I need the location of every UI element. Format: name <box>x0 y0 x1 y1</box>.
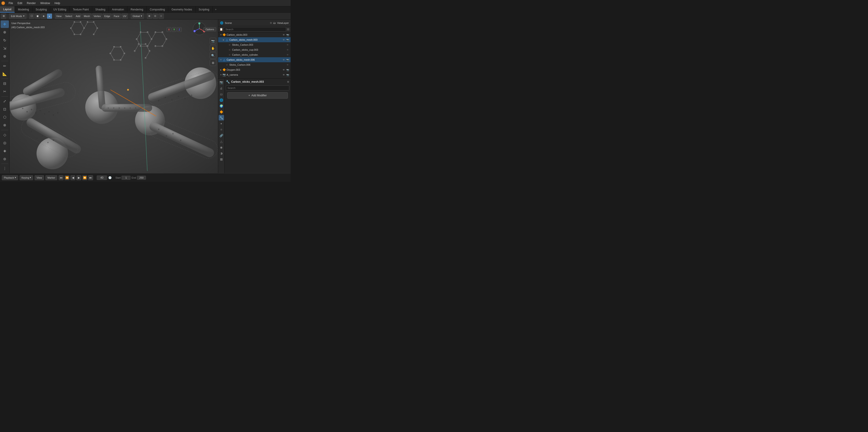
edit-mode-dropdown[interactable]: Edit Mode ▾ <box>9 13 27 19</box>
edge-menu-button[interactable]: Edge <box>103 13 112 19</box>
extrude-tool[interactable]: ⤢ <box>1 97 9 105</box>
tab-shader-properties[interactable]: ◑ <box>219 150 224 156</box>
jump-to-start-button[interactable]: ⏮ <box>59 175 64 180</box>
snap-button[interactable]: ⊕ <box>147 13 152 19</box>
tab-particles-properties[interactable]: ✦ <box>219 121 224 126</box>
tree-expand-icon[interactable]: ▼ <box>220 33 222 36</box>
more-tools-button[interactable]: ⋮ <box>1 165 9 172</box>
viewport-3d[interactable]: User Perspective (40) Carbon_sticks_mesh… <box>9 20 218 173</box>
visibility-icon[interactable]: 👁 <box>286 48 289 51</box>
tree-item-oxygen-003[interactable]: ▶ 🔶 Oxygen.003 👁 📷 <box>218 67 290 72</box>
visibility-icon[interactable]: 👁 <box>282 33 285 36</box>
filter-icon-outliner[interactable]: ⊟ <box>287 28 289 31</box>
keying-dropdown[interactable]: Keying ▾ <box>20 175 33 180</box>
restrict-render-icon[interactable]: 📷 <box>286 33 289 36</box>
tree-expand-icon[interactable]: ▶ <box>222 38 225 41</box>
tab-rendering[interactable]: Rendering <box>127 6 147 12</box>
tab-texture-paint[interactable]: Texture Paint <box>70 6 92 12</box>
visibility-icon[interactable]: 👁 <box>282 38 285 41</box>
tab-animation[interactable]: Animation <box>109 6 127 12</box>
inset-tool[interactable]: ⊡ <box>1 106 9 113</box>
visibility-icon[interactable]: 👁 <box>282 73 285 76</box>
tree-expand-icon[interactable] <box>225 44 228 46</box>
tree-item-sticks-carbon-003[interactable]: ○ Sticks_Carbon.003 👁 <box>218 42 290 47</box>
end-frame-input[interactable]: 250 <box>137 176 146 180</box>
tree-expand-icon[interactable] <box>222 63 225 66</box>
scale-tool[interactable]: ⇲ <box>1 45 9 52</box>
loop-cut-tool[interactable]: ⊟ <box>1 80 9 87</box>
visibility-icon[interactable]: 👁 <box>286 63 289 66</box>
transform-orientation-dropdown[interactable]: Global ▾ <box>130 13 144 19</box>
tab-world-properties[interactable]: 🌍 <box>219 103 224 109</box>
outliner-search-input[interactable] <box>224 27 286 32</box>
marker-menu[interactable]: Marker <box>45 175 57 180</box>
menu-render[interactable]: Render <box>25 0 38 6</box>
add-menu-button[interactable]: Add <box>74 13 82 19</box>
mesh-menu-button[interactable]: Mesh <box>82 13 92 19</box>
menu-file[interactable]: File <box>6 0 15 6</box>
restrict-render-icon[interactable]: 📷 <box>286 73 289 76</box>
tree-expand-icon[interactable] <box>225 53 228 56</box>
tab-layout[interactable]: Layout <box>0 6 15 12</box>
tab-modeling[interactable]: Modeling <box>15 6 32 12</box>
viewport-shading-button-2[interactable]: ◼ <box>35 13 40 19</box>
visibility-icon[interactable]: 👁 <box>282 58 285 61</box>
shear-tool[interactable]: ◇ <box>1 131 9 139</box>
shrink-fatten-tool[interactable]: ◈ <box>1 147 9 154</box>
tree-item-carbon-sticks-cup-003[interactable]: ○ Carbon_sticks_cup.003 👁 <box>218 47 290 52</box>
viewport-shading-button-3[interactable]: ◈ <box>41 13 46 19</box>
rotate-tool[interactable]: ↻ <box>1 36 9 44</box>
tab-uv-editing[interactable]: UV Editing <box>50 6 70 12</box>
add-workspace-button[interactable]: + <box>213 6 219 12</box>
menu-help[interactable]: Help <box>52 0 62 6</box>
properties-settings-icon[interactable]: ⚙ <box>287 81 289 83</box>
view-menu-button[interactable]: View <box>55 13 63 19</box>
tab-texture-properties[interactable]: ▦ <box>219 156 224 162</box>
tab-scene-properties[interactable]: 🌐 <box>219 97 224 103</box>
add-modifier-button[interactable]: + Add Modifier <box>227 92 288 98</box>
move-tool[interactable]: ⊕ <box>1 28 9 36</box>
tab-shading[interactable]: Shading <box>92 6 109 12</box>
tab-scripting[interactable]: Scripting <box>195 6 213 12</box>
play-back-button[interactable]: ◀ <box>70 175 75 180</box>
filter-icon[interactable]: ⊟ <box>270 22 272 24</box>
tab-physics-properties[interactable]: ⚛ <box>219 127 224 132</box>
annotate-tool[interactable]: ✏ <box>1 62 9 69</box>
tab-material-properties[interactable]: ◉ <box>219 145 224 150</box>
z-constraint-button[interactable]: Z <box>177 27 182 32</box>
play-button[interactable]: ▶ <box>76 175 81 180</box>
start-frame-input[interactable]: 1 <box>121 176 130 180</box>
to-sphere-tool[interactable]: ◎ <box>1 139 9 147</box>
current-frame-display[interactable]: 40 <box>97 175 107 180</box>
tab-viewlayer-properties[interactable]: 🗂 <box>219 91 224 97</box>
editor-type-button[interactable]: ⊞ <box>1 13 6 19</box>
viewport-shading-button-1[interactable]: ☐ <box>29 13 34 19</box>
select-menu-button[interactable]: Select <box>64 13 74 19</box>
tree-item-carbon-sticks-003-root[interactable]: ▼ 🔶 Carbon_sticks.003 👁 📷 <box>218 32 290 37</box>
transform-pivot-button[interactable]: ⊹ <box>158 13 164 19</box>
tab-geometry-nodes[interactable]: Geometry Nodes <box>168 6 195 12</box>
tree-item-carbon-sticks-mesh-003[interactable]: ▶ △ Carbon_sticks_mesh.003 👁 📷 <box>218 37 290 42</box>
restrict-render-icon[interactable]: 📷 <box>286 38 289 41</box>
tab-output-properties[interactable]: 🖨 <box>219 85 224 91</box>
tree-item-a-camera[interactable]: ▼ 📷 A_camera 👁 📷 <box>218 72 290 77</box>
x-constraint-button[interactable]: X <box>167 27 171 32</box>
transform-tool[interactable]: ⊛ <box>1 53 9 60</box>
bevel-tool[interactable]: ⬡ <box>1 113 9 121</box>
tab-compositing[interactable]: Compositing <box>147 6 168 12</box>
restrict-render-icon[interactable]: 📷 <box>286 58 289 61</box>
tree-expand-icon[interactable] <box>225 49 228 51</box>
menu-edit[interactable]: Edit <box>15 0 25 6</box>
zoom-gizmo[interactable]: 🔍 <box>210 52 216 59</box>
tree-expand-icon[interactable]: ▶ <box>220 68 222 71</box>
view-menu-timeline[interactable]: View <box>34 175 44 180</box>
tree-item-carbon-sticks-mesh-006[interactable]: ▼ △ Carbon_sticks_mesh.006 👁 📷 <box>218 57 290 62</box>
menu-window[interactable]: Window <box>38 0 52 6</box>
hand-pan-gizmo[interactable]: ✋ <box>210 45 216 51</box>
face-menu-button[interactable]: Face <box>112 13 121 19</box>
tab-object-data-properties[interactable]: △ <box>219 139 224 144</box>
viewport-shading-button-4[interactable]: ● <box>47 13 52 19</box>
viewlayer-name[interactable]: ViewLayer <box>277 22 289 24</box>
tree-expand-icon[interactable]: ▼ <box>220 74 222 76</box>
tree-item-carbon-sticks-cylinder[interactable]: ○ Carbon_sticks_cylinder. 👁 <box>218 52 290 57</box>
